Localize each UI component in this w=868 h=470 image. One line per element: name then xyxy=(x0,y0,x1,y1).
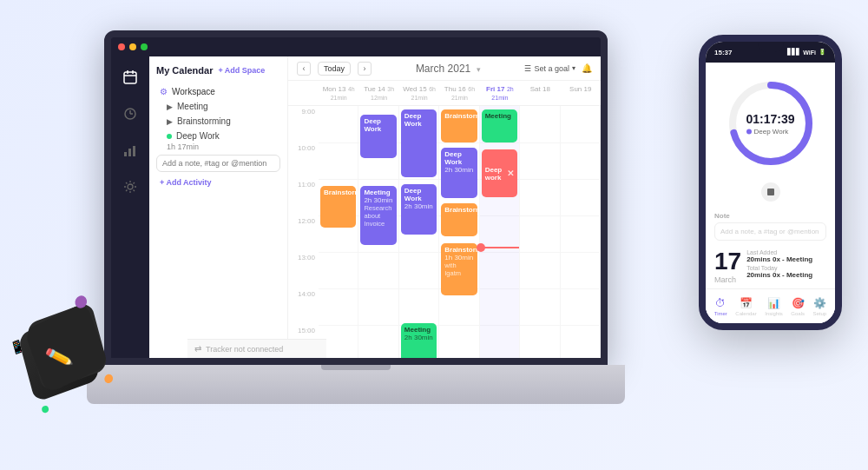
goals-nav-label: Goals xyxy=(791,311,805,316)
insights-nav-label: Insights xyxy=(765,311,783,316)
status-icons: ▋▋▋ WiFi 🔋 xyxy=(787,49,826,56)
event-thu-deepwork[interactable]: Deep Work 2h 30min xyxy=(441,148,477,198)
stop-button[interactable] xyxy=(761,182,780,202)
col-mon: Brainstorming Meeting 2h 30min xyxy=(319,106,358,358)
event-wed-deepwork2[interactable]: Deep Work 2h 30min xyxy=(401,184,437,235)
event-tue-meeting[interactable]: Meeting 2h 30min Research about Invoice xyxy=(360,186,396,245)
svg-point-10 xyxy=(128,184,133,189)
calendar-body: 9:00 10:00 11:00 12:00 13:00 14:00 15:00… xyxy=(288,106,601,358)
date-number: 17 xyxy=(714,249,741,274)
phone-status-bar: 15:37 ▋▋▋ WiFi 🔋 xyxy=(706,42,835,63)
nav-timer[interactable]: ⏱ Timer xyxy=(714,297,727,316)
last-added-row: Last Added 20mins 0x - Meeting xyxy=(746,249,826,263)
tracker-bar: ⇄ Tracker not connected xyxy=(187,339,326,358)
today-button[interactable]: Today xyxy=(318,62,351,76)
svg-rect-7 xyxy=(124,152,127,156)
sidebar-icon-tracker[interactable] xyxy=(118,102,142,126)
timer-value: 01:17:39 xyxy=(746,112,794,126)
meeting-item[interactable]: ▶ Meeting xyxy=(156,99,280,114)
event-mon-brainstorming[interactable]: Brainstorming xyxy=(320,186,356,228)
laptop: My Calendar + Add Space ⚙ Workspace ▶ Me… xyxy=(87,30,625,404)
laptop-screen: My Calendar + Add Space ⚙ Workspace ▶ Me… xyxy=(104,30,608,365)
next-button[interactable]: › xyxy=(358,62,372,76)
time-1400: 14:00 xyxy=(288,288,319,325)
event-wed-deepwork1[interactable]: Deep Work xyxy=(401,109,437,177)
phone-power-button[interactable] xyxy=(840,94,842,120)
day-headers: Mon 13 4h 21min Tue 14 3h 12min Wed 15 6… xyxy=(288,81,601,106)
event-fri-meeting[interactable]: Meeting xyxy=(482,109,517,142)
day-fri-today: Fri 17 2h 21min xyxy=(480,81,520,105)
brainstorming-label: Brainstorming xyxy=(177,116,231,126)
brainstorming-item[interactable]: ▶ Brainstorming xyxy=(156,114,280,129)
timer-nav-label: Timer xyxy=(714,311,727,316)
event-fri-deepwork[interactable]: Deep work ✕ xyxy=(482,149,517,197)
svg-rect-0 xyxy=(124,72,136,83)
event-thu-brainstorming2[interactable]: Brainstorming xyxy=(441,203,477,236)
timer-text: 01:17:39 Deep Work xyxy=(746,112,794,136)
timer-circle: 01:17:39 Deep Work xyxy=(723,76,819,171)
nav-calendar[interactable]: 📅 Calendar xyxy=(735,297,756,316)
my-calendar-title: My Calendar xyxy=(156,65,213,76)
col-tue: Deep Work Meeting 2h 30min Research abou… xyxy=(358,106,398,358)
setup-nav-label: Setup xyxy=(813,311,827,316)
event-thu-brainstorming3[interactable]: Brainstorming 1h 30min with Igatm xyxy=(441,243,477,295)
svg-rect-9 xyxy=(133,146,135,156)
phone: 15:37 ▋▋▋ WiFi 🔋 01:17:39 Deep Work xyxy=(699,35,842,330)
tracker-status: Tracker not connected xyxy=(206,345,283,354)
nav-setup[interactable]: ⚙️ Setup xyxy=(813,297,827,316)
panel-header: My Calendar + Add Space xyxy=(156,63,280,77)
col-wed: Deep Work Deep Work 2h 30min Meeting 2h … xyxy=(399,106,439,358)
dot-red xyxy=(118,43,125,50)
insights-nav-icon: 📊 xyxy=(767,297,780,309)
day-thu: Thu 16 6h 21min xyxy=(439,81,479,105)
month-title: March 2021 ▾ xyxy=(378,63,517,75)
event-wed-meeting[interactable]: Meeting 2h 30min xyxy=(401,323,437,358)
laptop-base xyxy=(87,365,625,404)
phone-notch-cutout xyxy=(758,42,784,52)
time-label: 1h 17min xyxy=(156,142,280,151)
workspace-label: Workspace xyxy=(172,87,215,96)
nav-insights[interactable]: 📊 Insights xyxy=(765,297,783,316)
time-1100: 11:00 xyxy=(288,179,319,215)
col-sun xyxy=(561,106,601,358)
last-added-label: Last Added xyxy=(746,249,826,255)
last-added-value: 20mins 0x - Meeting xyxy=(746,255,826,263)
timer-activity-name: Deep Work xyxy=(753,128,788,136)
note-field[interactable]: Add a note, a #tag or @mention xyxy=(714,222,826,241)
sidebar-icon-settings[interactable] xyxy=(118,175,142,199)
phone-time: 15:37 xyxy=(714,49,732,56)
setup-nav-icon: ⚙️ xyxy=(813,297,826,309)
sidebar xyxy=(111,56,149,358)
decorative-cube: ✏️ 📱 xyxy=(24,322,120,418)
meeting-label: Meeting xyxy=(177,102,208,111)
deep-work-label: Deep Work xyxy=(176,131,220,141)
day-sun: Sun 19 xyxy=(561,81,601,105)
date-month: March xyxy=(714,274,741,286)
timer-nav-icon: ⏱ xyxy=(715,297,726,309)
event-tue-deepwork[interactable]: Deep Work xyxy=(360,115,396,158)
sidebar-icon-insights[interactable] xyxy=(118,138,142,162)
day-mon: Mon 13 4h 21min xyxy=(319,81,358,105)
stop-icon xyxy=(767,189,774,195)
prev-button[interactable]: ‹ xyxy=(297,62,311,76)
goals-nav-icon: 🎯 xyxy=(792,297,805,309)
sidebar-icon-calendar[interactable] xyxy=(118,65,142,89)
total-today-label: Total Today xyxy=(746,265,826,271)
note-input[interactable] xyxy=(156,155,280,172)
phone-vol-down-button[interactable] xyxy=(699,111,700,129)
note-label: Note xyxy=(714,212,826,220)
add-space-button[interactable]: + Add Space xyxy=(218,66,265,75)
phone-vol-up-button[interactable] xyxy=(699,85,700,103)
time-column: 9:00 10:00 11:00 12:00 13:00 14:00 15:00… xyxy=(288,106,319,358)
workspace-item[interactable]: ⚙ Workspace xyxy=(156,84,280,99)
calendar-area: ‹ Today › March 2021 ▾ ☰ Set a goal ▾ 🔔 xyxy=(288,56,601,358)
set-goal-button[interactable]: ☰ Set a goal ▾ 🔔 xyxy=(524,63,592,73)
dot-yellow xyxy=(129,43,136,50)
time-1200: 12:00 xyxy=(288,215,319,252)
nav-goals[interactable]: 🎯 Goals xyxy=(791,297,805,316)
event-thu-brainstorming1[interactable]: Brainstorming xyxy=(441,109,477,142)
phone-bottom-nav: ⏱ Timer 📅 Calendar 📊 Insights 🎯 Goals ⚙️… xyxy=(706,288,835,323)
add-activity-button[interactable]: + Add Activity xyxy=(156,175,280,189)
calendar-header: ‹ Today › March 2021 ▾ ☰ Set a goal ▾ 🔔 xyxy=(288,56,601,81)
svg-rect-8 xyxy=(128,149,131,156)
